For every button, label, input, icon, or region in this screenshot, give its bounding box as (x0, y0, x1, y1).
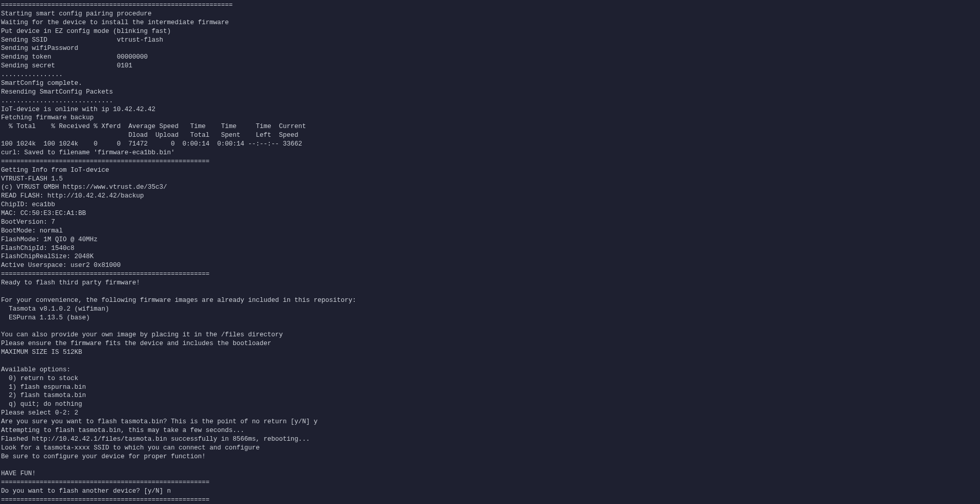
terminal-line: Available options: (1, 366, 979, 374)
terminal-line: Waiting for the device to install the in… (1, 19, 979, 27)
terminal-output[interactable]: ========================================… (0, 0, 980, 504)
terminal-line: 2) flash tasmota.bin (1, 391, 979, 400)
terminal-line: ========================================… (1, 478, 979, 487)
terminal-line (1, 461, 979, 470)
terminal-line: Fetching firmware backup (1, 114, 979, 122)
terminal-line: Sending token 00000000 (1, 53, 979, 62)
terminal-line: Dload Upload Total Spent Left Speed (1, 131, 979, 140)
terminal-line: FlashChipId: 1540c8 (1, 244, 979, 253)
terminal-line: 1) flash espurna.bin (1, 383, 979, 392)
terminal-line: ESPurna 1.13.5 (base) (1, 314, 979, 322)
terminal-line: Sending SSID vtrust-flash (1, 36, 979, 45)
terminal-line: 100 1024k 100 1024k 0 0 71472 0 0:00:14 … (1, 140, 979, 149)
terminal-line: Sending wifiPassword (1, 44, 979, 53)
terminal-line: BootVersion: 7 (1, 218, 979, 227)
terminal-line: Flashed http://10.42.42.1/files/tasmota.… (1, 435, 979, 444)
terminal-line (1, 357, 979, 366)
terminal-line: MAXIMUM SIZE IS 512KB (1, 348, 979, 357)
terminal-line: For your convenience, the following firm… (1, 296, 979, 305)
terminal-line: (c) VTRUST GMBH https://www.vtrust.de/35… (1, 183, 979, 192)
terminal-line: FlashMode: 1M QIO @ 40MHz (1, 236, 979, 244)
terminal-line: Please select 0-2: 2 (1, 409, 979, 418)
terminal-line: You can also provide your own image by p… (1, 331, 979, 339)
terminal-line: ========================================… (1, 270, 979, 279)
terminal-line: Put device in EZ config mode (blinking f… (1, 27, 979, 36)
terminal-line: HAVE FUN! (1, 470, 979, 478)
terminal-line (1, 287, 979, 296)
terminal-line: FlashChipRealSize: 2048K (1, 253, 979, 261)
terminal-line: Attempting to flash tasmota.bin, this ma… (1, 426, 979, 435)
terminal-line: BootMode: normal (1, 227, 979, 236)
terminal-line: ............................. (1, 97, 979, 105)
terminal-line (1, 322, 979, 331)
terminal-line: curl: Saved to filename 'firmware-eca1bb… (1, 149, 979, 157)
terminal-line: IoT-device is online with ip 10.42.42.42 (1, 105, 979, 114)
terminal-line: Sending secret 0101 (1, 62, 979, 70)
terminal-line: Are you sure you want to flash tasmota.b… (1, 418, 979, 426)
terminal-line: ========================================… (1, 1, 979, 10)
terminal-line: q) quit; do nothing (1, 400, 979, 409)
terminal-line: 0) return to stock (1, 374, 979, 383)
terminal-line: Ready to flash third party firmware! (1, 279, 979, 287)
terminal-line: Look for a tasmota-xxxx SSID to which yo… (1, 444, 979, 453)
terminal-line: Resending SmartConfig Packets (1, 88, 979, 97)
terminal-line: VTRUST-FLASH 1.5 (1, 175, 979, 184)
terminal-line: Do you want to flash another device? [y/… (1, 487, 979, 496)
terminal-line: Active Userspace: user2 0x81000 (1, 261, 979, 270)
terminal-line: READ FLASH: http://10.42.42.42/backup (1, 192, 979, 201)
terminal-line: Starting smart config pairing procedure (1, 10, 979, 19)
terminal-line: Getting Info from IoT-device (1, 166, 979, 175)
terminal-line: MAC: CC:50:E3:EC:A1:BB (1, 209, 979, 218)
terminal-line: Be sure to configure your device for pro… (1, 453, 979, 461)
terminal-line: Tasmota v8.1.0.2 (wifiman) (1, 305, 979, 314)
terminal-line: ========================================… (1, 157, 979, 166)
terminal-line: % Total % Received % Xferd Average Speed… (1, 122, 979, 131)
terminal-line: Please ensure the firmware fits the devi… (1, 339, 979, 348)
terminal-line: SmartConfig complete. (1, 79, 979, 88)
terminal-line: ................ (1, 70, 979, 79)
terminal-line: ========================================… (1, 496, 979, 504)
terminal-line: ChipID: eca1bb (1, 201, 979, 209)
